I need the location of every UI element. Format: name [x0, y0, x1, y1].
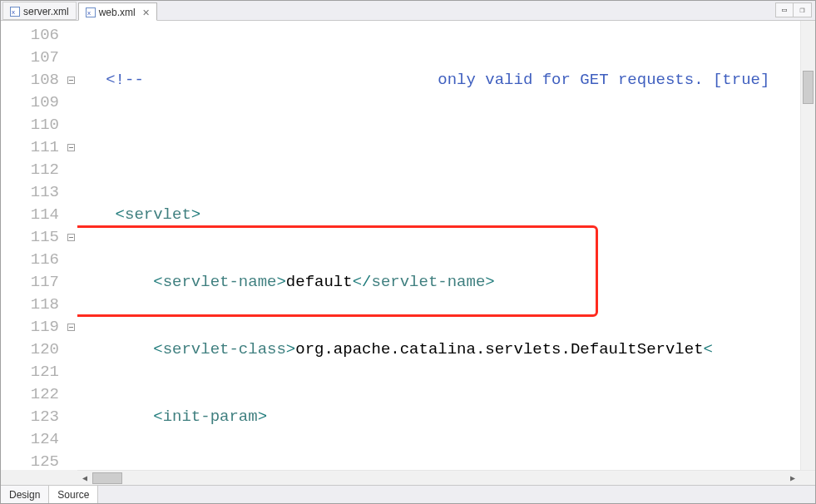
line-number: 107	[1, 47, 67, 69]
line-number: 115	[1, 226, 67, 249]
line-number-gutter: 106 107 108 109 110 111 112 113 114 115 …	[1, 21, 67, 470]
fold-toggle-icon[interactable]	[67, 324, 75, 331]
tab-source[interactable]: Source	[49, 486, 98, 503]
scroll-corner	[800, 470, 815, 485]
window-buttons: ▭ ❐	[775, 2, 812, 17]
scroll-right-arrow-icon[interactable]: ▶	[785, 472, 800, 485]
line-number: 116	[1, 249, 67, 271]
code-line: <init-param>	[77, 406, 800, 428]
line-number: 124	[1, 428, 67, 451]
tab-label: Design	[9, 489, 40, 501]
maximize-button[interactable]: ❐	[794, 2, 812, 17]
svg-text:x: x	[12, 8, 15, 16]
line-number: 110	[1, 114, 67, 136]
minimize-button[interactable]: ▭	[775, 2, 794, 17]
tab-label: web.xml	[99, 7, 136, 18]
fold-toggle-icon[interactable]	[67, 234, 75, 241]
vertical-scroll-thumb[interactable]	[803, 71, 814, 104]
close-icon[interactable]: ✕	[142, 7, 150, 18]
fold-toggle-icon[interactable]	[67, 77, 75, 84]
minimize-icon: ▭	[782, 5, 787, 15]
xml-file-icon: x	[86, 7, 96, 17]
line-number: 113	[1, 181, 67, 204]
svg-text:x: x	[87, 9, 91, 17]
line-number: 119	[1, 316, 67, 338]
line-number: 117	[1, 271, 67, 294]
line-number: 109	[1, 91, 67, 114]
tab-label: Source	[57, 489, 89, 501]
horizontal-scroll-thumb[interactable]	[92, 472, 122, 484]
code-line: <servlet>	[77, 204, 800, 226]
editor-window: x server.xml x web.xml ✕ ▭ ❐ 106 107 108…	[0, 0, 816, 504]
tab-design[interactable]: Design	[1, 486, 49, 503]
code-line: <servlet-class>org.apache.catalina.servl…	[77, 338, 800, 361]
fold-toggle-icon[interactable]	[67, 144, 75, 151]
line-number: 123	[1, 406, 67, 428]
horizontal-scrollbar[interactable]: ◀ ▶	[77, 470, 800, 485]
vertical-scrollbar[interactable]	[800, 21, 815, 470]
line-number: 120	[1, 338, 67, 361]
code-editor[interactable]: <!-- only valid for GET requests. [true]…	[77, 21, 800, 470]
tab-server-xml[interactable]: x server.xml	[2, 2, 77, 20]
line-number: 121	[1, 361, 67, 383]
code-line: <servlet-name>default</servlet-name>	[77, 271, 800, 294]
code-line: <!-- only valid for GET requests. [true]	[77, 69, 800, 91]
scroll-left-arrow-icon[interactable]: ◀	[77, 472, 92, 485]
code-line	[77, 136, 800, 159]
horizontal-scroll-row: ◀ ▶	[1, 470, 815, 485]
editor-area: 106 107 108 109 110 111 112 113 114 115 …	[1, 21, 815, 470]
line-number: 114	[1, 204, 67, 226]
line-number: 122	[1, 383, 67, 406]
fold-column	[67, 21, 77, 470]
maximize-icon: ❐	[799, 5, 804, 15]
line-number: 118	[1, 294, 67, 316]
file-tabbar: x server.xml x web.xml ✕ ▭ ❐	[1, 1, 815, 21]
xml-file-icon: x	[10, 7, 20, 17]
tab-web-xml[interactable]: x web.xml ✕	[78, 2, 157, 21]
tab-label: server.xml	[23, 6, 69, 17]
line-number: 106	[1, 24, 67, 47]
line-number: 125	[1, 451, 67, 470]
line-number: 111	[1, 136, 67, 159]
hscroll-gutter-spacer	[1, 470, 77, 485]
line-number: 112	[1, 159, 67, 181]
line-number: 108	[1, 69, 67, 91]
horizontal-scroll-track[interactable]	[92, 472, 785, 485]
bottom-tabbar: Design Source	[1, 485, 815, 503]
